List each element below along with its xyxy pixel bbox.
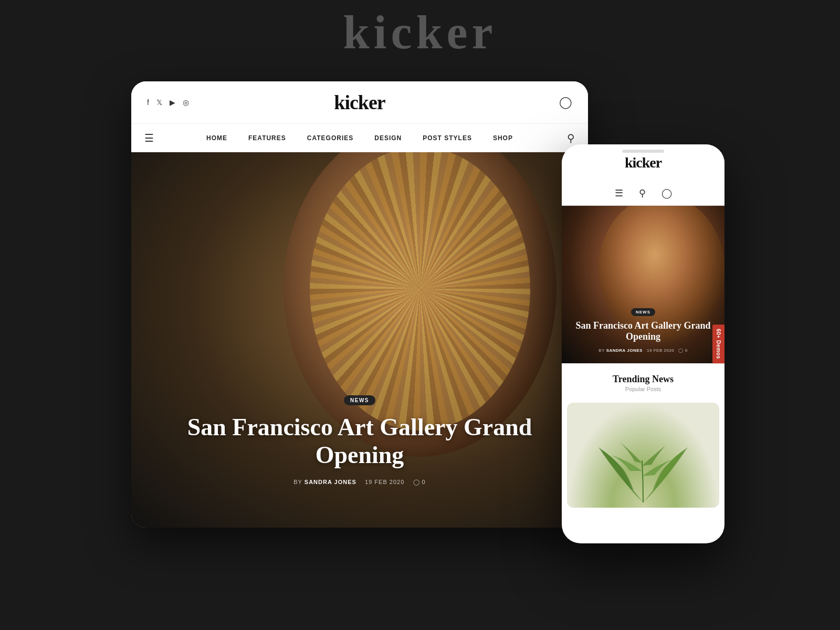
mobile-hero-author[interactable]: SANDRA JONES <box>606 348 643 353</box>
nav-post-styles[interactable]: POST STYLES <box>423 134 472 142</box>
tablet-nav: ☰ HOME FEATURES CATEGORIES DESIGN POST S… <box>131 123 588 152</box>
facebook-icon[interactable]: f <box>147 98 149 107</box>
demos-tab[interactable]: 60+ Demos <box>712 324 724 363</box>
nav-shop[interactable]: SHOP <box>493 134 513 142</box>
background-brand-text: kicker <box>343 5 497 59</box>
tablet-device: f 𝕏 ▶ ◎ kicker ◯ ☰ HOME FEATURES CATEGOR… <box>131 81 588 528</box>
hero-content: NEWS San Francisco Art Gallery Grand Ope… <box>131 395 588 486</box>
mobile-hero-comments: 0 <box>685 348 688 353</box>
mobile-logo[interactable]: kicker <box>625 154 662 171</box>
mobile-hero-title: San Francisco Art Gallery Grand Opening <box>570 320 716 343</box>
flower-inner <box>310 152 530 430</box>
mobile-notch <box>622 150 664 153</box>
tablet-header: f 𝕏 ▶ ◎ kicker ◯ <box>131 81 588 123</box>
hero-date: 19 FEB 2020 <box>365 479 404 485</box>
mobile-news-badge[interactable]: NEWS <box>631 308 655 316</box>
mobile-bottom-card[interactable] <box>567 403 719 508</box>
social-icons: f 𝕏 ▶ ◎ <box>147 98 189 107</box>
instagram-icon[interactable]: ◎ <box>183 98 189 107</box>
palm-leaf-illustration <box>596 418 690 502</box>
search-icon[interactable]: ⚲ <box>567 132 575 144</box>
mobile-by-label: BY <box>598 348 605 353</box>
hero-meta: BY SANDRA JONES 19 FEB 2020 ◯ 0 <box>163 479 556 486</box>
youtube-icon[interactable]: ▶ <box>170 98 175 107</box>
demos-tab-container: 60+ Demos <box>712 324 724 363</box>
mobile-user-icon[interactable]: ◯ <box>662 187 672 199</box>
by-label: BY <box>293 479 302 485</box>
mobile-trending-section: Trending News Popular Posts <box>562 363 724 397</box>
twitter-icon[interactable]: 𝕏 <box>156 98 162 107</box>
nav-design[interactable]: DESIGN <box>374 134 402 142</box>
mobile-hero-content: NEWS San Francisco Art Gallery Grand Ope… <box>562 306 724 353</box>
user-icon[interactable]: ◯ <box>559 96 572 109</box>
mobile-hero-date: 19 FEB 2020 <box>647 348 674 353</box>
hero-author[interactable]: SANDRA JONES <box>304 479 356 485</box>
mobile-device: kicker ☰ ⚲ ◯ NEWS San Francisco Art Gall… <box>562 144 724 543</box>
trending-title: Trending News <box>570 374 716 385</box>
mobile-menu-icon[interactable]: ☰ <box>615 187 623 199</box>
nav-home[interactable]: HOME <box>206 134 227 142</box>
mobile-search-icon[interactable]: ⚲ <box>639 187 646 199</box>
comment-icon: ◯ <box>413 479 420 485</box>
hero-title: San Francisco Art Gallery Grand Opening <box>163 414 556 469</box>
trending-subtitle: Popular Posts <box>570 386 716 392</box>
hero-comments: 0 <box>422 479 426 485</box>
menu-icon[interactable]: ☰ <box>144 132 154 144</box>
news-badge[interactable]: NEWS <box>344 395 375 405</box>
scene-container: f 𝕏 ▶ ◎ kicker ◯ ☰ HOME FEATURES CATEGOR… <box>131 81 709 580</box>
nav-categories[interactable]: CATEGORIES <box>307 134 353 142</box>
mobile-hero-meta: BY SANDRA JONES 19 FEB 2020 ◯ 0 <box>570 348 716 353</box>
nav-features[interactable]: FEATURES <box>248 134 286 142</box>
mobile-hero: NEWS San Francisco Art Gallery Grand Ope… <box>562 206 724 363</box>
mobile-comment-icon: ◯ <box>678 348 684 353</box>
tablet-logo[interactable]: kicker <box>334 91 385 114</box>
tablet-hero: NEWS San Francisco Art Gallery Grand Ope… <box>131 152 588 528</box>
plant-image <box>567 403 719 508</box>
mobile-nav-bar: ☰ ⚲ ◯ <box>562 181 724 206</box>
